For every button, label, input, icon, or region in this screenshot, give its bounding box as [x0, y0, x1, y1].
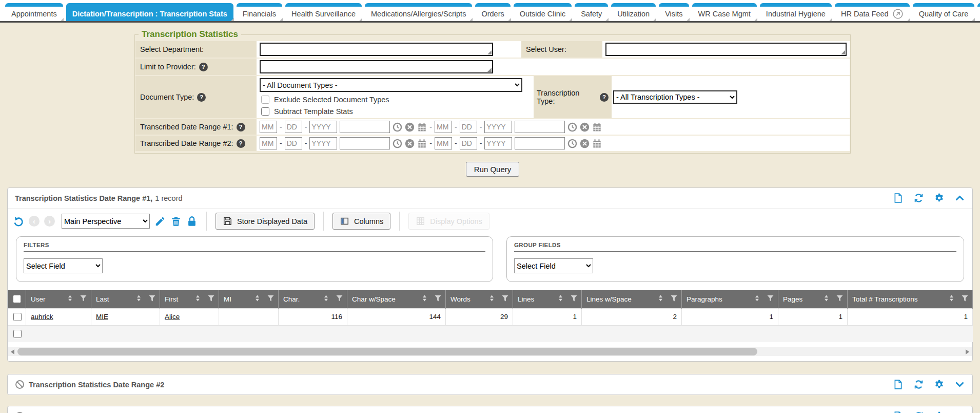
column-header-first[interactable]: First — [160, 290, 219, 308]
transcription-type-select[interactable]: - All Transcription Types - — [613, 90, 737, 104]
columns-button[interactable]: Columns — [332, 213, 390, 230]
new-page-icon[interactable] — [893, 411, 904, 413]
day-input[interactable] — [285, 121, 302, 133]
new-page-icon[interactable] — [893, 379, 904, 390]
delete-trash-icon[interactable] — [170, 216, 182, 227]
tab-visits[interactable]: Visits — [659, 3, 689, 21]
filter-icon[interactable] — [836, 294, 844, 304]
tab-outside-clinic[interactable]: Outside Clinic — [514, 3, 572, 21]
help-icon[interactable]: ? — [197, 93, 206, 102]
tab-safety[interactable]: Safety — [575, 3, 608, 21]
time-input[interactable] — [515, 121, 565, 133]
year-input[interactable] — [309, 121, 337, 133]
sort-icon[interactable] — [66, 294, 74, 304]
year-input[interactable] — [484, 121, 512, 133]
scroll-right-arrow-icon[interactable] — [966, 349, 969, 354]
column-header-lines-w-space[interactable]: Lines w/Space — [582, 290, 682, 308]
filter-icon[interactable] — [961, 294, 969, 304]
help-icon[interactable]: ? — [237, 123, 245, 132]
filter-icon[interactable] — [267, 294, 275, 304]
select-all-checkbox[interactable] — [13, 295, 21, 303]
clock-icon[interactable] — [393, 122, 402, 132]
refresh-icon[interactable] — [913, 379, 924, 390]
column-header-mi[interactable]: MI — [219, 290, 279, 308]
tab-wr-case-mgmt[interactable]: WR Case Mgmt — [692, 3, 757, 21]
cell-link[interactable]: auhrick — [31, 313, 53, 321]
sort-icon[interactable] — [421, 294, 428, 304]
column-header-total-transcriptions[interactable]: Total # Transcriptions — [848, 290, 973, 308]
column-header-last[interactable]: Last — [91, 290, 160, 308]
run-query-button[interactable]: Run Query — [466, 162, 520, 177]
filter-icon[interactable] — [434, 294, 442, 304]
calendar-icon[interactable] — [592, 139, 602, 148]
tab-orders[interactable]: Orders — [475, 3, 510, 21]
clear-date-icon[interactable] — [580, 139, 590, 148]
column-header-paragraphs[interactable]: Paragraphs — [682, 290, 778, 308]
gear-icon[interactable] — [934, 379, 945, 390]
help-icon[interactable]: ? — [600, 93, 609, 102]
nav-forward-icon[interactable]: › — [44, 216, 55, 227]
limit-provider-input[interactable] — [260, 60, 493, 73]
column-header-lines[interactable]: Lines — [513, 290, 582, 308]
tab-dictation-transcription-transcription-stats[interactable]: Dictation/Transcription : Transcription … — [66, 3, 233, 21]
gear-icon[interactable] — [934, 193, 945, 203]
day-input[interactable] — [460, 137, 477, 149]
external-link-icon[interactable] — [892, 8, 904, 20]
expand-chevron-icon[interactable] — [954, 379, 965, 390]
row-checkbox[interactable] — [13, 313, 22, 321]
day-input[interactable] — [285, 137, 302, 149]
month-input[interactable] — [435, 137, 452, 149]
sort-icon[interactable] — [135, 294, 143, 304]
filter-icon[interactable] — [148, 294, 156, 304]
select-department-input[interactable] — [260, 43, 493, 56]
select-user-input[interactable] — [605, 43, 847, 56]
sort-icon[interactable] — [322, 294, 330, 304]
day-input[interactable] — [460, 121, 477, 133]
column-header-char-w-space[interactable]: Char w/Space — [347, 290, 446, 308]
horizontal-scrollbar[interactable] — [8, 347, 972, 356]
scrollbar-thumb[interactable] — [17, 348, 757, 355]
sort-icon[interactable] — [253, 294, 261, 304]
refresh-icon[interactable] — [913, 193, 924, 203]
time-input[interactable] — [340, 121, 390, 133]
gear-icon[interactable] — [934, 411, 945, 413]
sort-icon[interactable] — [194, 294, 202, 304]
subtract-template-checkbox[interactable] — [261, 107, 269, 116]
sort-icon[interactable] — [488, 294, 496, 304]
clear-date-icon[interactable] — [405, 139, 415, 148]
calendar-icon[interactable] — [417, 139, 427, 148]
document-type-select[interactable]: - All Document Types - — [260, 78, 522, 92]
cell-link[interactable]: MIE — [96, 313, 108, 321]
filter-icon[interactable] — [767, 294, 774, 304]
perspective-select[interactable]: Main Perspective — [62, 214, 150, 229]
column-header-pages[interactable]: Pages — [778, 290, 848, 308]
clear-date-icon[interactable] — [405, 122, 415, 132]
time-input[interactable] — [515, 137, 565, 149]
month-input[interactable] — [260, 137, 277, 149]
calendar-icon[interactable] — [417, 122, 427, 132]
sort-icon[interactable] — [948, 294, 955, 304]
sort-icon[interactable] — [557, 294, 564, 304]
tab-medications-allergies-scripts[interactable]: Medications/Allergies/Scripts — [365, 3, 472, 21]
sort-icon[interactable] — [657, 294, 664, 304]
refresh-icon[interactable] — [913, 411, 924, 413]
month-input[interactable] — [435, 121, 452, 133]
filter-icon[interactable] — [570, 294, 578, 304]
filter-icon[interactable] — [336, 294, 343, 304]
lock-icon[interactable] — [186, 216, 198, 227]
subtract-template-option[interactable]: Subtract Template Stats — [260, 107, 534, 116]
clock-icon[interactable] — [567, 139, 577, 148]
nav-back-icon[interactable]: ‹ — [29, 216, 40, 227]
exclude-doc-types-checkbox[interactable] — [261, 96, 269, 104]
filter-icon[interactable] — [207, 294, 215, 304]
filter-icon[interactable] — [501, 294, 509, 304]
month-input[interactable] — [260, 121, 277, 133]
help-icon[interactable]: ? — [237, 139, 245, 148]
help-icon[interactable]: ? — [199, 63, 208, 71]
filters-field-select[interactable]: Select Field — [24, 258, 103, 273]
clock-icon[interactable] — [567, 122, 577, 132]
clock-icon[interactable] — [393, 139, 402, 148]
calendar-icon[interactable] — [592, 122, 602, 132]
tab-quality-of-care[interactable]: Quality of Care — [913, 3, 975, 21]
tab-utilization[interactable]: Utilization — [611, 3, 656, 21]
